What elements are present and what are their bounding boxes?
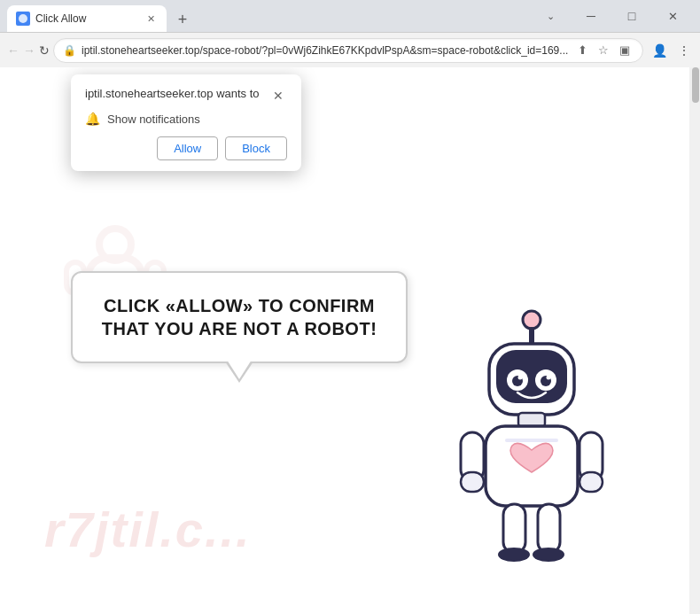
- back-button[interactable]: ←: [7, 38, 19, 63]
- maximize-button[interactable]: [611, 0, 652, 32]
- tab-close-button[interactable]: ✕: [144, 12, 158, 26]
- allow-button[interactable]: Allow: [157, 136, 218, 160]
- svg-point-7: [523, 311, 541, 329]
- minimize-button[interactable]: [571, 0, 611, 32]
- bookmark-button[interactable]: ☆: [595, 42, 612, 59]
- profile-button[interactable]: 👤: [647, 38, 672, 63]
- svg-point-25: [498, 548, 530, 562]
- profile-icon: 👤: [652, 43, 667, 58]
- new-tab-button[interactable]: +: [170, 7, 195, 32]
- menu-button[interactable]: ⋮: [672, 38, 696, 63]
- refresh-button[interactable]: ↻: [39, 38, 50, 63]
- address-text: iptil.stoneheartseeker.top/space-robot/?…: [82, 44, 568, 57]
- chrome-window: Click Allow ✕ + ⌄ ← → ↻ 🔒 iptil.stonehea…: [0, 0, 700, 614]
- svg-point-15: [518, 376, 523, 380]
- page-watermark: r7jtil.c...: [44, 488, 252, 561]
- nav-right-buttons: 👤 ⋮: [647, 38, 696, 63]
- address-bar[interactable]: 🔒 iptil.stoneheartseeker.top/space-robot…: [53, 38, 643, 63]
- robot-character: [416, 295, 647, 596]
- popup-header: iptil.stoneheartseeker.top wants to ✕: [85, 87, 287, 105]
- forward-icon: →: [23, 43, 35, 58]
- share-button[interactable]: ⬆: [573, 42, 591, 59]
- refresh-icon: ↻: [39, 43, 50, 58]
- tab-list-button[interactable]: ⌄: [530, 0, 571, 32]
- bell-icon: 🔔: [85, 112, 100, 126]
- svg-rect-10: [496, 350, 567, 403]
- extension-button[interactable]: ▣: [616, 42, 634, 59]
- scrollbar-thumb[interactable]: [692, 67, 699, 103]
- active-tab[interactable]: Click Allow ✕: [7, 5, 167, 32]
- bookmark-icon: ☆: [598, 43, 609, 57]
- speech-bubble: CLICK «ALLOW» TO CONFIRM THAT YOU ARE NO…: [71, 271, 408, 363]
- page-content: r7jtil.c... iptil.stoneheartseeker.top w…: [0, 67, 700, 614]
- svg-point-26: [533, 548, 564, 562]
- popup-title: iptil.stoneheartseeker.top wants to: [85, 87, 260, 100]
- svg-point-0: [19, 14, 27, 23]
- tab-favicon: [16, 12, 30, 26]
- svg-rect-27: [505, 439, 558, 442]
- svg-rect-20: [461, 472, 484, 492]
- svg-rect-22: [579, 472, 603, 492]
- nav-bar: ← → ↻ 🔒 iptil.stoneheartseeker.top/space…: [0, 32, 700, 67]
- notification-label: Show notifications: [107, 113, 200, 126]
- extension-icon: ▣: [619, 43, 630, 57]
- tab-title: Click Allow: [35, 12, 138, 25]
- lock-icon: 🔒: [63, 44, 76, 57]
- svg-point-16: [547, 376, 551, 380]
- popup-buttons: Allow Block: [85, 136, 287, 160]
- title-bar: Click Allow ✕ + ⌄: [0, 0, 700, 32]
- speech-text: CLICK «ALLOW» TO CONFIRM THAT YOU ARE NO…: [97, 294, 381, 340]
- menu-icon: ⋮: [678, 43, 690, 58]
- robot-svg: [416, 295, 647, 596]
- forward-button[interactable]: →: [23, 38, 35, 63]
- svg-rect-23: [503, 504, 525, 553]
- block-button[interactable]: Block: [225, 136, 287, 160]
- tab-bar: Click Allow ✕ +: [7, 0, 530, 32]
- back-icon: ←: [7, 43, 19, 58]
- popup-notification-row: 🔔 Show notifications: [85, 112, 287, 126]
- share-icon: ⬆: [578, 43, 587, 57]
- address-icons: ⬆ ☆ ▣: [573, 42, 634, 59]
- window-controls: ⌄: [530, 0, 693, 32]
- close-button[interactable]: [652, 0, 693, 32]
- notification-popup: iptil.stoneheartseeker.top wants to ✕ 🔔 …: [71, 74, 301, 171]
- popup-close-button[interactable]: ✕: [269, 87, 287, 105]
- scrollbar[interactable]: [689, 67, 700, 614]
- svg-rect-24: [538, 504, 560, 553]
